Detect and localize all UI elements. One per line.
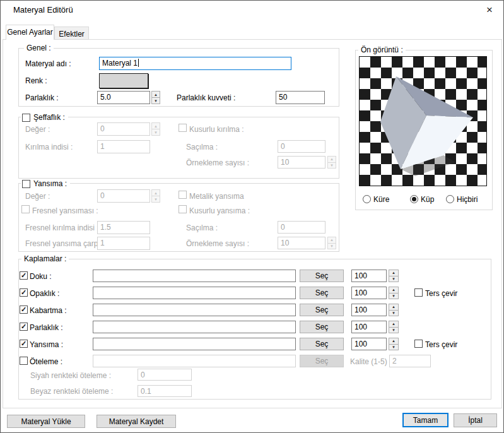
spinner-up-icon[interactable]: ▲ <box>389 270 399 276</box>
renk-color-swatch[interactable] <box>99 73 148 88</box>
spinner-up-icon[interactable]: ▲ <box>389 338 399 345</box>
spinner-down-icon[interactable]: ▼ <box>151 98 160 104</box>
oteleme-path-input <box>93 355 296 367</box>
parlaklik-input[interactable]: 5.0 <box>97 91 150 104</box>
kabartma-checkbox[interactable] <box>20 305 28 314</box>
oteleme-checkbox[interactable] <box>20 357 28 365</box>
sacilma-input: 0 <box>278 221 325 234</box>
yansima-checkbox[interactable] <box>22 180 30 188</box>
spinner-up-icon: ▲ <box>151 189 160 196</box>
yansima-map-sec-button[interactable]: Seç <box>300 338 344 350</box>
group-kaplamalar: Kaplamalar : Doku : Seç 100 ▲▼ Opaklık :… <box>18 259 491 400</box>
yansima-map-checkbox[interactable] <box>20 340 28 348</box>
parlaklik-map-sec-button[interactable]: Seç <box>300 321 344 333</box>
parlaklik-map-checkbox[interactable] <box>20 323 28 331</box>
materyal-adi-input[interactable]: Materyal 1 <box>99 57 291 70</box>
tamam-button[interactable]: Tamam <box>402 413 448 427</box>
spinner-down-icon[interactable]: ▼ <box>389 276 399 283</box>
spinner-down-icon[interactable]: ▼ <box>389 328 399 334</box>
beyaz-oteleme-input: 0.1 <box>138 385 192 397</box>
siyah-oteleme-label: Siyah renkteki öteleme : <box>30 371 111 380</box>
oteleme-sec-button: Seç <box>300 355 344 367</box>
group-seffaflik: Şeffaflık : Değer : 0 ▲▼ Kırılma indisi … <box>18 117 339 179</box>
opaklik-ters-cevir-checkbox[interactable] <box>414 288 423 297</box>
ornekleme-label: Örnekleme sayısı : <box>186 158 249 167</box>
doku-path-input[interactable] <box>93 270 296 282</box>
group-yansima-legend: Yansıma : <box>21 179 70 188</box>
deger-label: Değer : <box>25 125 50 134</box>
group-on-goruntu-legend: Ön görüntü : <box>358 45 406 54</box>
spinner-up-icon: ▲ <box>327 156 336 163</box>
deger-input: 0 <box>97 122 150 136</box>
tab-efektler[interactable]: Efektler <box>54 27 89 40</box>
kirilma-indisi-label: Kırılma indisi : <box>25 143 73 151</box>
spinner-up-icon[interactable]: ▲ <box>389 287 399 294</box>
opaklik-amount-input[interactable]: 100 <box>351 287 387 299</box>
sacilma-input: 0 <box>278 140 325 153</box>
radio-kup[interactable] <box>410 195 418 203</box>
fresnel-yansimasi-checkbox <box>21 205 30 213</box>
cube-render <box>360 57 486 186</box>
doku-checkbox[interactable] <box>20 271 28 280</box>
kabartma-amount-spinner[interactable]: ▲▼ <box>389 304 399 316</box>
tab-efektler-label: Efektler <box>59 30 85 39</box>
materyal-adi-value: Materyal 1 <box>102 59 138 68</box>
spinner-down-icon[interactable]: ▼ <box>389 345 399 351</box>
radio-kure-label: Küre <box>373 195 389 204</box>
kalite-label: Kalite (1-5) : <box>350 357 391 366</box>
ornekleme-spinner: ▲▼ <box>327 237 336 249</box>
yansima-map-amount-input[interactable]: 100 <box>351 338 387 350</box>
opaklik-checkbox[interactable] <box>20 288 28 297</box>
parlaklik-map-amount-input[interactable]: 100 <box>351 321 387 333</box>
spinner-up-icon[interactable]: ▲ <box>389 304 399 311</box>
group-genel: Genel : Materyal adı : Materyal 1 Renk :… <box>18 48 339 107</box>
iptal-button[interactable]: İptal <box>454 413 497 427</box>
kusurlu-yansima-label: Kusurlu yansıma : <box>189 206 250 215</box>
spinner-up-icon[interactable]: ▲ <box>151 91 160 98</box>
spinner-down-icon: ▼ <box>151 196 160 203</box>
seffaflik-checkbox[interactable] <box>22 114 30 122</box>
parlaklik-kuvveti-input[interactable]: 50 <box>276 91 325 104</box>
spinner-up-icon[interactable]: ▲ <box>389 321 399 328</box>
yansima-ters-cevir-checkbox[interactable] <box>414 340 423 348</box>
parlaklik-map-path-input[interactable] <box>93 321 296 333</box>
opaklik-amount-spinner[interactable]: ▲▼ <box>389 287 399 299</box>
group-on-goruntu: Ön görüntü : Küre Küp Hiçbiri <box>355 50 493 210</box>
kabartma-sec-button[interactable]: Seç <box>300 304 344 316</box>
materyal-yukle-button[interactable]: Materyal Yükle <box>7 415 85 428</box>
doku-amount-spinner[interactable]: ▲▼ <box>389 270 399 282</box>
spinner-down-icon: ▼ <box>151 129 160 136</box>
seffaflik-label: Şeffaflık : <box>33 113 65 122</box>
tab-genel-ayarlar-label: Genel Ayarlar <box>7 28 53 37</box>
yansima-map-path-input[interactable] <box>93 338 296 350</box>
yansima-label: Yansıma : <box>33 179 67 188</box>
tab-genel-ayarlar[interactable]: Genel Ayarlar <box>6 25 54 40</box>
opaklik-path-input[interactable] <box>93 287 296 299</box>
parlaklik-kuvveti-label: Parlaklık kuvveti : <box>177 93 235 102</box>
radio-kure[interactable] <box>363 195 371 203</box>
group-genel-legend: Genel : <box>24 44 54 52</box>
parlaklik-map-amount-spinner[interactable]: ▲▼ <box>389 321 399 333</box>
fresnel-yansimasi-label: Fresnel yansıması : <box>32 206 98 215</box>
material-preview-image <box>359 56 487 186</box>
doku-sec-button[interactable]: Seç <box>300 270 344 282</box>
opaklik-sec-button[interactable]: Seç <box>300 287 344 299</box>
spinner-down-icon[interactable]: ▼ <box>389 311 399 317</box>
radio-hicbiri[interactable] <box>446 195 454 203</box>
kusurlu-kirilma-label: Kusurlu kırılma : <box>189 125 244 134</box>
kabartma-path-input[interactable] <box>93 304 296 316</box>
deger-input: 0 <box>97 189 150 203</box>
opaklik-ters-cevir-label: Ters çevir <box>425 289 457 298</box>
spinner-down-icon[interactable]: ▼ <box>389 294 399 300</box>
spinner-up-icon: ▲ <box>151 122 160 129</box>
kirilma-indisi-input: 1 <box>97 140 150 153</box>
kabartma-amount-input[interactable]: 100 <box>351 304 387 316</box>
yansima-map-amount-spinner[interactable]: ▲▼ <box>389 338 399 350</box>
yansima-map-label: Yansıma : <box>30 340 63 349</box>
parlaklik-spinner[interactable]: ▲▼ <box>151 91 160 104</box>
ornekleme-input: 10 <box>278 156 325 169</box>
materyal-kaydet-button[interactable]: Materyal Kaydet <box>97 415 176 428</box>
deger-spinner: ▲▼ <box>151 122 160 136</box>
close-icon[interactable]: × <box>481 3 498 18</box>
doku-amount-input[interactable]: 100 <box>351 270 387 282</box>
